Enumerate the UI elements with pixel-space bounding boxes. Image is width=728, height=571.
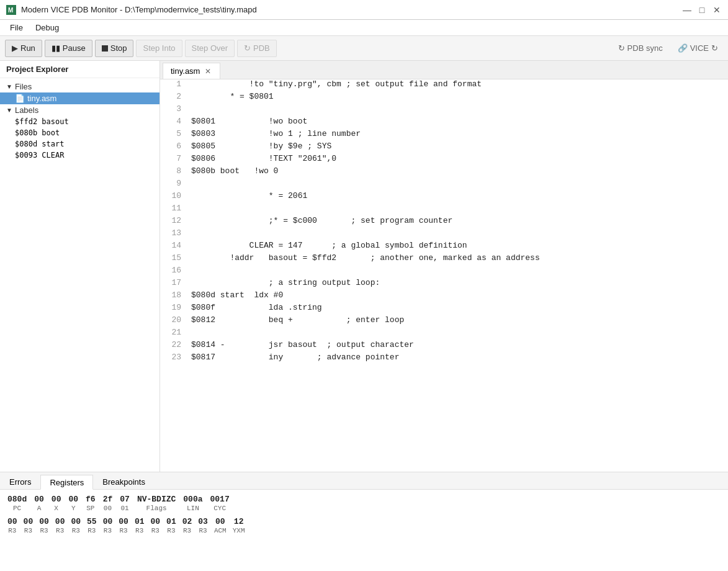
run-button[interactable]: ▶ Run	[5, 40, 42, 57]
reg-x-value: 00	[52, 495, 61, 504]
reg-a-label: A	[37, 505, 42, 512]
pause-label: Pause	[63, 43, 86, 53]
reg-r3-0-label: R3	[8, 527, 16, 534]
line-number-12: 12	[160, 216, 191, 225]
close-button[interactable]: ✕	[712, 5, 722, 15]
reg-yxm: 12 YXM	[233, 517, 245, 534]
reg-cyc: 0017 CYC	[210, 495, 230, 512]
reg-sp-sub1-value: 2f	[103, 495, 113, 504]
line-content-18: $080d start ldx #0	[191, 290, 728, 300]
label-boot[interactable]: $080b boot	[0, 127, 160, 138]
registers-row-1: 080d PC 00 A 00 X 00 Y f6 SP 2f 00	[7, 495, 721, 512]
step-into-button[interactable]: Step Into	[136, 40, 182, 57]
reg-yxm-label: YXM	[233, 527, 245, 534]
reg-r3-9: 00 R3	[150, 517, 160, 534]
project-explorer-header: Project Explorer	[0, 61, 160, 78]
line-number-15: 15	[160, 253, 191, 263]
code-line-17: 17 ; a string output loop:	[160, 278, 728, 290]
vice-label: VICE	[690, 43, 709, 53]
reg-r3-5-value: 55	[87, 517, 97, 526]
minimize-button[interactable]: —	[682, 5, 692, 15]
step-over-label: Step Over	[192, 43, 228, 53]
code-line-6: 6$0805 !by $9e ; SYS	[160, 142, 728, 154]
label-basout-text: $ffd2 basout	[15, 117, 69, 126]
reg-sp-sub2: 07 01	[120, 495, 130, 512]
reg-r3-8-value: 01	[135, 517, 145, 526]
file-tree: ▼ Files 📄 tiny.asm ▼ Labels $ffd2 basout…	[0, 78, 160, 472]
code-line-9: 9	[160, 179, 728, 191]
line-number-23: 23	[160, 353, 191, 362]
registers-row-2: 00 R3 00 R3 00 R3 00 R3 00 R3 55 R3	[7, 517, 721, 534]
reg-r3-0-value: 00	[7, 517, 17, 526]
line-number-16: 16	[160, 266, 191, 275]
tab-close-button[interactable]: ✕	[204, 67, 212, 76]
reg-r3-11-value: 02	[182, 517, 192, 526]
code-line-18: 18$080d start ldx #0	[160, 290, 728, 303]
label-clear-text: $0093 CLEAR	[15, 151, 64, 160]
code-line-5: 5$0803 !wo 1 ; line number	[160, 129, 728, 142]
toolbar-right: ↻ PDB sync 🔗 VICE ↻	[613, 42, 723, 55]
reg-r3-12: 03 R3	[198, 517, 208, 534]
label-basout[interactable]: $ffd2 basout	[0, 116, 160, 127]
line-content-6: $0805 !by $9e ; SYS	[191, 142, 728, 151]
reg-r3-10: 01 R3	[166, 517, 176, 534]
label-start[interactable]: $080d start	[0, 138, 160, 150]
line-number-1: 1	[160, 79, 191, 89]
reg-r3-1: 00 R3	[24, 517, 34, 534]
line-content-23: $0817 iny ; advance pointer	[191, 353, 728, 362]
pdb-sync-button[interactable]: ↻ PDB sync	[613, 42, 668, 55]
reg-sp-value: f6	[86, 495, 96, 504]
line-number-19: 19	[160, 303, 191, 312]
pause-button[interactable]: ▮▮ Pause	[45, 40, 92, 57]
reg-r3-1-value: 00	[24, 517, 34, 526]
reg-sp-sub1: 2f 00	[103, 495, 113, 512]
reg-r3-7-label: R3	[119, 527, 127, 534]
line-number-13: 13	[160, 228, 191, 238]
main-area: Project Explorer ▼ Files 📄 tiny.asm ▼ La…	[0, 61, 728, 472]
code-editor[interactable]: 1 !to "tiny.prg", cbm ; set output file …	[160, 79, 728, 472]
tab-tiny-asm[interactable]: tiny.asm ✕	[163, 63, 220, 79]
code-line-8: 8$080b boot !wo 0	[160, 166, 728, 179]
menu-debug[interactable]: Debug	[30, 22, 64, 34]
reg-y-value: 00	[68, 495, 78, 504]
line-content-5: $0803 !wo 1 ; line number	[191, 129, 728, 138]
code-line-22: 22$0814 - jsr basout ; output character	[160, 340, 728, 353]
line-content-10: * = 2061	[191, 191, 728, 200]
tab-breakpoints[interactable]: Breakpoints	[93, 474, 155, 489]
pdb-button[interactable]: ↻ PDB	[237, 40, 277, 57]
reg-a: 00 A	[34, 495, 44, 512]
step-over-button[interactable]: Step Over	[185, 40, 235, 57]
tab-registers[interactable]: Registers	[40, 475, 93, 490]
maximize-button[interactable]: □	[697, 5, 707, 15]
code-line-15: 15 !addr basout = $ffd2 ; another one, m…	[160, 253, 728, 266]
window-title: Modern VICE PDB Monitor - D:\Temp\modern…	[21, 5, 257, 14]
labels-collapse-icon: ▼	[6, 107, 12, 114]
labels-group[interactable]: ▼ Labels	[0, 104, 160, 116]
code-line-3: 3	[160, 104, 728, 117]
menu-file[interactable]: File	[5, 22, 28, 34]
code-line-21: 21	[160, 328, 728, 340]
reg-r3-7-value: 00	[119, 517, 128, 526]
line-content-19: $080f lda .string	[191, 303, 728, 312]
stop-icon	[102, 45, 108, 52]
reg-acm-label: ACM	[214, 527, 227, 534]
stop-button[interactable]: Stop	[95, 40, 134, 57]
reg-cyc-value: 0017	[210, 495, 230, 504]
tab-bar: tiny.asm ✕	[160, 61, 728, 79]
reg-x-label: X	[54, 505, 58, 512]
label-clear[interactable]: $0093 CLEAR	[0, 150, 160, 161]
reg-r3-11: 02 R3	[182, 517, 192, 534]
window-controls[interactable]: — □ ✕	[682, 5, 722, 15]
reg-r3-0: 00 R3	[7, 517, 17, 534]
app-icon: M	[6, 5, 16, 15]
files-collapse-icon: ▼	[6, 83, 12, 90]
reg-sp-label: SP	[86, 505, 94, 512]
reg-r3-8-label: R3	[135, 527, 143, 534]
vice-button[interactable]: 🔗 VICE ↻	[673, 42, 723, 55]
line-number-18: 18	[160, 290, 191, 300]
files-group[interactable]: ▼ Files	[0, 81, 160, 92]
reg-r3-2-label: R3	[40, 527, 48, 534]
tab-errors[interactable]: Errors	[0, 474, 40, 489]
tab-tiny-asm-label: tiny.asm	[171, 66, 200, 76]
file-tiny-asm[interactable]: 📄 tiny.asm	[0, 92, 160, 104]
